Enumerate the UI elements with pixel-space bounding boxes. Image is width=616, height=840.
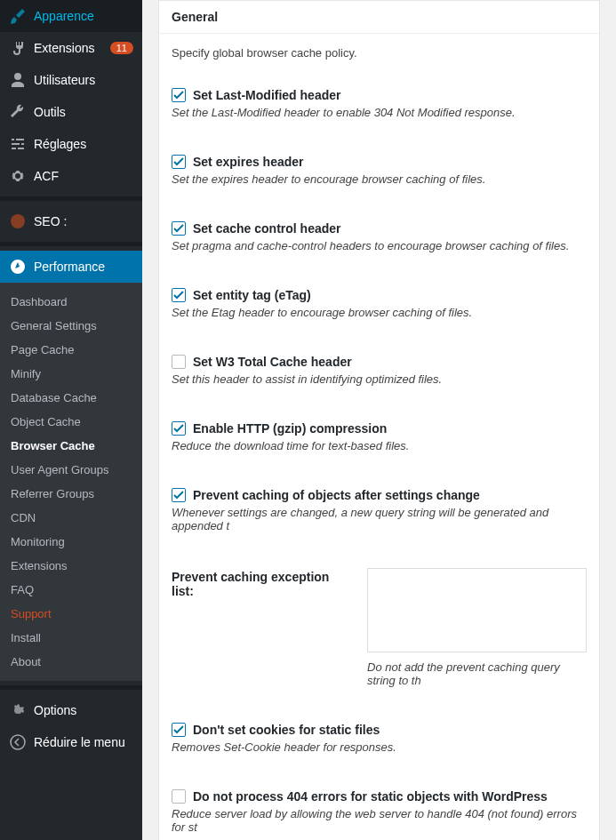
panel-body: Specify global browser cache policy. Set…	[159, 34, 599, 840]
checkbox[interactable]	[172, 88, 186, 102]
sidebar-item-options[interactable]: Options	[0, 694, 142, 726]
field-description: Set this header to assist in identifying…	[172, 372, 587, 386]
checkbox[interactable]	[172, 221, 186, 236]
submenu-item-object-cache[interactable]: Object Cache	[0, 410, 142, 434]
field-description: Set the Last-Modified header to enable 3…	[172, 106, 587, 119]
setting-field: Set Last-Modified headerSet the Last-Mod…	[172, 88, 587, 119]
field-description: Removes Set-Cookie header for responses.	[172, 740, 587, 754]
exception-list-field: Prevent caching exception list: Do not a…	[172, 568, 587, 687]
submenu-item-browser-cache[interactable]: Browser Cache	[0, 434, 142, 458]
menu-label: Outils	[34, 105, 133, 119]
field-label: Enable HTTP (gzip) compression	[193, 421, 387, 436]
checkbox[interactable]	[172, 155, 186, 169]
menu-label: SEO :	[34, 214, 133, 228]
field-label: Do not process 404 errors for static obj…	[193, 789, 548, 804]
wrench-icon	[9, 103, 27, 121]
setting-field: Set expires headerSet the expires header…	[172, 155, 587, 186]
brush-icon	[9, 7, 27, 25]
checkbox[interactable]	[172, 723, 186, 737]
field-description: Set the Etag header to encourage browser…	[172, 306, 587, 319]
performance-submenu: DashboardGeneral SettingsPage CacheMinif…	[0, 283, 142, 681]
panel-title: General	[159, 1, 599, 34]
submenu-item-user-agent-groups[interactable]: User Agent Groups	[0, 458, 142, 482]
exception-list-textarea[interactable]	[367, 568, 587, 652]
setting-field: Enable HTTP (gzip) compressionReduce the…	[172, 421, 587, 452]
gear-icon	[9, 167, 27, 185]
field-label: Set entity tag (eTag)	[193, 288, 311, 302]
exception-list-label: Prevent caching exception list:	[172, 568, 349, 687]
field-label: Set W3 Total Cache header	[193, 355, 352, 369]
panel-intro: Specify global browser cache policy.	[172, 46, 587, 60]
svg-point-0	[11, 214, 25, 228]
submenu-item-about[interactable]: About	[0, 650, 142, 674]
menu-separator	[0, 242, 142, 246]
field-label: Set expires header	[193, 155, 304, 169]
menu-label: Options	[34, 703, 133, 717]
checkbox[interactable]	[172, 421, 186, 436]
sidebar-item-extensions[interactable]: Extensions11	[0, 32, 142, 64]
sidebar-item-performance[interactable]: Performance	[0, 251, 142, 283]
checkbox[interactable]	[172, 355, 186, 369]
menu-label: Apparence	[34, 9, 133, 23]
setting-field: Set cache control headerSet pragma and c…	[172, 221, 587, 252]
menu-label: Réglages	[34, 137, 133, 151]
sidebar-item-seo[interactable]: SEO :	[0, 205, 142, 237]
checkbox[interactable]	[172, 288, 186, 302]
sidebar-item-apparence[interactable]: Apparence	[0, 0, 142, 32]
sidebar-item-utilisateurs[interactable]: Utilisateurs	[0, 64, 142, 96]
admin-sidebar: ApparenceExtensions11UtilisateursOutilsR…	[0, 0, 142, 840]
submenu-item-faq[interactable]: FAQ	[0, 578, 142, 602]
sidebar-item-outils[interactable]: Outils	[0, 96, 142, 128]
performance-icon	[9, 258, 27, 276]
field-label: Set cache control header	[193, 221, 341, 236]
collapse-icon	[9, 733, 27, 751]
setting-field: Set W3 Total Cache headerSet this header…	[172, 355, 587, 386]
field-description: Reduce the download time for text-based …	[172, 439, 587, 452]
field-description: Set the expires header to encourage brow…	[172, 172, 587, 186]
exception-list-help: Do not add the prevent caching query str…	[367, 660, 587, 687]
menu-label: Performance	[34, 260, 133, 274]
field-label: Don't set cookies for static files	[193, 723, 380, 737]
main-content: General Specify global browser cache pol…	[142, 0, 616, 840]
sidebar-collapse[interactable]: Réduire le menu	[0, 726, 142, 758]
submenu-item-monitoring[interactable]: Monitoring	[0, 530, 142, 554]
field-description: Whenever settings are changed, a new que…	[172, 506, 587, 532]
menu-separator	[0, 196, 142, 201]
update-badge: 11	[110, 42, 133, 54]
setting-field: Do not process 404 errors for static obj…	[172, 789, 587, 840]
sidebar-item-réglages[interactable]: Réglages	[0, 128, 142, 160]
submenu-item-install[interactable]: Install	[0, 626, 142, 650]
field-label: Prevent caching of objects after setting…	[193, 488, 480, 502]
plug-icon	[9, 39, 27, 57]
submenu-item-dashboard[interactable]: Dashboard	[0, 290, 142, 314]
gear-icon	[9, 701, 27, 719]
general-panel: General Specify global browser cache pol…	[158, 0, 600, 840]
submenu-item-database-cache[interactable]: Database Cache	[0, 386, 142, 410]
menu-separator	[0, 685, 142, 690]
checkbox[interactable]	[172, 488, 186, 502]
sliders-icon	[9, 135, 27, 153]
submenu-item-cdn[interactable]: CDN	[0, 506, 142, 530]
submenu-item-page-cache[interactable]: Page Cache	[0, 338, 142, 362]
field-label: Set Last-Modified header	[193, 88, 340, 102]
sidebar-item-acf[interactable]: ACF	[0, 160, 142, 192]
submenu-item-referrer-groups[interactable]: Referrer Groups	[0, 482, 142, 506]
menu-label: Extensions	[34, 41, 107, 55]
submenu-item-minify[interactable]: Minify	[0, 362, 142, 386]
setting-field: Don't set cookies for static filesRemove…	[172, 723, 587, 754]
setting-field: Prevent caching of objects after setting…	[172, 488, 587, 532]
submenu-item-support[interactable]: Support	[0, 602, 142, 626]
submenu-item-general-settings[interactable]: General Settings	[0, 314, 142, 338]
svg-point-1	[11, 735, 25, 749]
submenu-item-extensions[interactable]: Extensions	[0, 554, 142, 578]
field-description: Reduce server load by allowing the web s…	[172, 807, 587, 834]
menu-label: Utilisateurs	[34, 73, 133, 87]
user-icon	[9, 71, 27, 89]
menu-label: ACF	[34, 169, 133, 183]
setting-field: Set entity tag (eTag)Set the Etag header…	[172, 288, 587, 319]
checkbox[interactable]	[172, 789, 186, 804]
seo-icon	[9, 212, 27, 230]
menu-label: Réduire le menu	[34, 735, 133, 749]
field-description: Set pragma and cache-control headers to …	[172, 239, 587, 252]
